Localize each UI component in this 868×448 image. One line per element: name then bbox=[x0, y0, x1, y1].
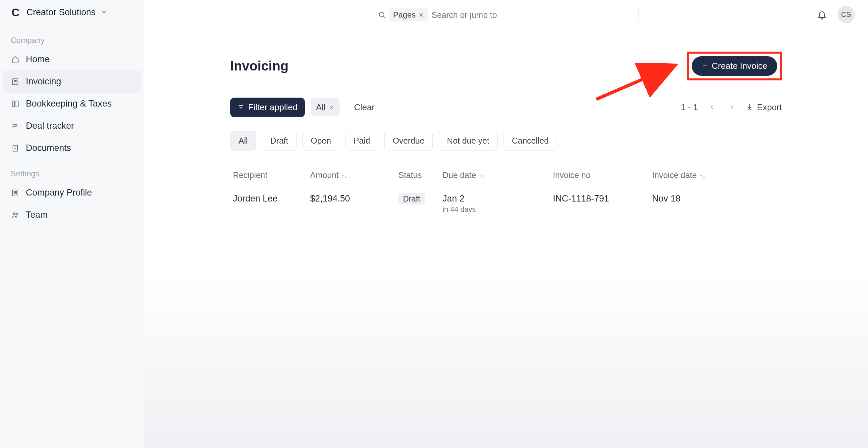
sidebar-item-label: Invoicing bbox=[26, 76, 61, 87]
company-icon bbox=[10, 189, 20, 197]
sidebar-item-invoicing[interactable]: Invoicing bbox=[3, 70, 141, 93]
pager-next-button[interactable] bbox=[726, 102, 738, 112]
plus-icon bbox=[702, 63, 708, 69]
sidebar-item-label: Bookkeeping & Taxes bbox=[26, 99, 112, 109]
deal-icon bbox=[10, 122, 20, 130]
sidebar-section-settings: Settings bbox=[0, 159, 144, 182]
sidebar-item-home[interactable]: Home bbox=[0, 48, 144, 70]
filter-chip-label: All bbox=[316, 102, 326, 112]
cell-invoice-date: Nov 18 bbox=[649, 186, 782, 221]
download-icon bbox=[746, 103, 754, 111]
sort-icon: ↑↓ bbox=[341, 173, 347, 179]
status-badge: Draft bbox=[398, 193, 425, 205]
topbar: Pages CS bbox=[144, 0, 868, 30]
team-icon bbox=[10, 211, 20, 219]
status-tab-open[interactable]: Open bbox=[303, 131, 339, 150]
create-invoice-label: Create Invoice bbox=[712, 61, 767, 71]
home-icon bbox=[10, 56, 20, 64]
page-title: Invoicing bbox=[230, 59, 288, 73]
invoice-table: Recipient Amount↑↓ Status Due date↑↓ Inv… bbox=[230, 165, 782, 221]
create-invoice-button[interactable]: Create Invoice bbox=[692, 56, 777, 76]
filter-applied-label: Filter applied bbox=[248, 102, 298, 112]
chip-label: Pages bbox=[393, 10, 416, 20]
due-subtext: in 44 days bbox=[443, 205, 548, 214]
col-invoice-no[interactable]: Invoice no bbox=[550, 165, 650, 186]
book-icon bbox=[10, 100, 20, 108]
cell-due-date: Jan 2 in 44 days bbox=[440, 186, 550, 221]
filter-applied-button[interactable]: Filter applied bbox=[230, 98, 305, 117]
chevron-down-icon bbox=[100, 9, 108, 16]
org-logo: C bbox=[9, 6, 22, 19]
main-content: Invoicing Create Invoice Filter applied … bbox=[144, 30, 868, 448]
status-tab-not-due[interactable]: Not due yet bbox=[439, 131, 498, 150]
sidebar-item-team[interactable]: Team bbox=[0, 204, 144, 226]
status-tabs: All Draft Open Paid Overdue Not due yet … bbox=[230, 131, 782, 150]
avatar[interactable]: CS bbox=[838, 6, 855, 23]
sort-icon: ↑↓ bbox=[700, 173, 705, 179]
status-tab-paid[interactable]: Paid bbox=[345, 131, 378, 150]
svg-point-14 bbox=[379, 12, 384, 17]
sidebar-item-label: Deal tracker bbox=[26, 121, 74, 131]
notifications-icon[interactable] bbox=[817, 10, 827, 20]
search-scope-chip[interactable]: Pages bbox=[389, 8, 428, 22]
sidebar-item-deal-tracker[interactable]: Deal tracker bbox=[0, 115, 144, 137]
sidebar-item-documents[interactable]: Documents bbox=[0, 137, 144, 159]
clear-filters-button[interactable]: Clear bbox=[352, 102, 377, 113]
export-button[interactable]: Export bbox=[746, 102, 782, 112]
search-input[interactable] bbox=[431, 10, 634, 20]
filter-chip-all[interactable]: All bbox=[311, 98, 340, 116]
export-label: Export bbox=[757, 102, 782, 112]
svg-line-15 bbox=[383, 16, 385, 18]
sidebar-item-bookkeeping[interactable]: Bookkeeping & Taxes bbox=[0, 93, 144, 115]
org-switcher[interactable]: C Creator Solutions bbox=[0, 4, 144, 26]
documents-icon bbox=[10, 144, 20, 152]
pager-prev-button[interactable] bbox=[706, 102, 718, 112]
close-icon[interactable] bbox=[329, 105, 334, 110]
cell-status: Draft bbox=[396, 186, 440, 221]
cell-amount: $2,194.50 bbox=[307, 186, 396, 221]
col-amount[interactable]: Amount↑↓ bbox=[307, 165, 396, 186]
sidebar-item-label: Team bbox=[26, 210, 48, 220]
close-icon[interactable] bbox=[418, 12, 424, 18]
filter-icon bbox=[238, 104, 244, 110]
sidebar-item-label: Company Profile bbox=[26, 187, 92, 198]
pagination-range: 1 - 1 bbox=[681, 102, 698, 112]
sort-icon: ↑↓ bbox=[479, 173, 485, 179]
svg-rect-11 bbox=[16, 193, 17, 194]
svg-rect-8 bbox=[14, 191, 15, 192]
status-tab-draft[interactable]: Draft bbox=[262, 131, 297, 150]
sidebar-section-company: Company bbox=[0, 26, 144, 48]
table-row[interactable]: Jorden Lee $2,194.50 Draft Jan 2 in 44 d… bbox=[230, 186, 782, 221]
svg-rect-9 bbox=[16, 191, 17, 192]
sidebar: C Creator Solutions Company Home Invoici… bbox=[0, 0, 144, 448]
svg-rect-10 bbox=[14, 193, 15, 194]
svg-point-12 bbox=[13, 213, 15, 215]
col-invoice-date[interactable]: Invoice date↑↓ bbox=[649, 165, 782, 186]
status-tab-overdue[interactable]: Overdue bbox=[384, 131, 433, 150]
search-box[interactable]: Pages bbox=[374, 6, 639, 24]
cell-invoice-no: INC-1118-791 bbox=[550, 186, 650, 221]
cell-recipient: Jorden Lee bbox=[230, 186, 307, 221]
svg-point-13 bbox=[16, 213, 18, 215]
sidebar-item-label: Home bbox=[26, 54, 50, 65]
search-icon bbox=[378, 11, 386, 19]
invoice-icon bbox=[10, 78, 20, 86]
col-due-date[interactable]: Due date↑↓ bbox=[440, 165, 550, 186]
svg-rect-7 bbox=[12, 190, 18, 196]
col-status[interactable]: Status bbox=[396, 165, 440, 186]
sidebar-item-label: Documents bbox=[26, 143, 71, 153]
col-recipient[interactable]: Recipient bbox=[230, 165, 307, 186]
org-name: Creator Solutions bbox=[27, 7, 96, 18]
create-invoice-highlight: Create Invoice bbox=[687, 51, 782, 80]
status-tab-all[interactable]: All bbox=[230, 131, 256, 150]
status-tab-cancelled[interactable]: Cancelled bbox=[503, 131, 557, 150]
sidebar-item-company-profile[interactable]: Company Profile bbox=[0, 182, 144, 204]
